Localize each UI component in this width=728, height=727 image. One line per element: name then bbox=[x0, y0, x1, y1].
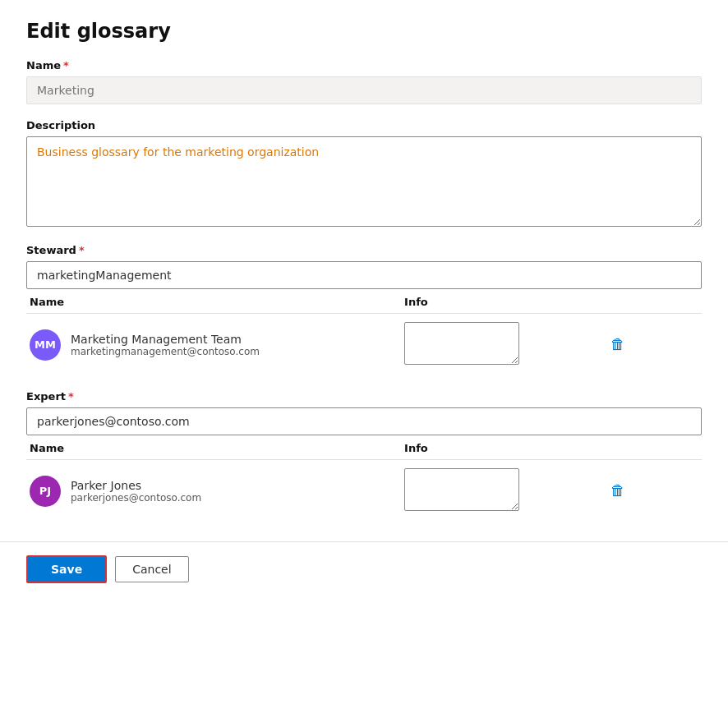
steward-required-star: * bbox=[79, 244, 85, 256]
name-field-section: Name * bbox=[26, 59, 702, 104]
steward-input[interactable] bbox=[26, 261, 702, 289]
save-button[interactable]: Save bbox=[26, 555, 107, 583]
expert-person-row: PJ Parker Jones parkerjones@contoso.com bbox=[30, 476, 391, 507]
expert-table: Name Info PJ Parker Jones park bbox=[26, 435, 702, 522]
footer: Save Cancel bbox=[0, 541, 728, 603]
description-field-section: Description Business glossary for the ma… bbox=[26, 119, 702, 229]
steward-person-name: Marketing Management Team bbox=[71, 333, 260, 346]
steward-field-section: Steward * Name Info MM bbox=[26, 244, 702, 375]
steward-table: Name Info MM Marketing Management Team bbox=[26, 289, 702, 375]
expert-table-action-header bbox=[601, 435, 702, 460]
description-textarea[interactable]: Business glossary for the marketing orga… bbox=[26, 136, 702, 227]
expert-info-cell bbox=[398, 460, 601, 522]
steward-table-action-header bbox=[601, 289, 702, 314]
name-label: Name * bbox=[26, 59, 702, 71]
steward-trash-icon: 🗑 bbox=[611, 336, 625, 353]
description-label: Description bbox=[26, 119, 702, 131]
expert-trash-icon: 🗑 bbox=[611, 482, 625, 499]
expert-required-star: * bbox=[68, 390, 74, 403]
steward-action-cell: 🗑 bbox=[601, 314, 702, 376]
steward-person-cell: MM Marketing Management Team marketingma… bbox=[26, 314, 398, 376]
expert-delete-button[interactable]: 🗑 bbox=[607, 479, 629, 503]
steward-table-name-header: Name bbox=[26, 289, 398, 314]
steward-label: Steward * bbox=[26, 244, 702, 256]
cancel-button[interactable]: Cancel bbox=[115, 556, 188, 582]
expert-action-cell: 🗑 bbox=[601, 460, 702, 522]
expert-field-section: Expert * Name Info PJ bbox=[26, 390, 702, 522]
expert-person-info: Parker Jones parkerjones@contoso.com bbox=[71, 479, 201, 504]
expert-person-cell: PJ Parker Jones parkerjones@contoso.com bbox=[26, 460, 398, 522]
page-container: Edit glossary Name * Description Busines… bbox=[0, 0, 728, 522]
expert-person-name: Parker Jones bbox=[71, 479, 201, 492]
expert-table-name-header: Name bbox=[26, 435, 398, 460]
expert-person-email: parkerjones@contoso.com bbox=[71, 492, 201, 504]
steward-delete-button[interactable]: 🗑 bbox=[607, 333, 629, 357]
page-title: Edit glossary bbox=[26, 20, 702, 43]
expert-info-textarea[interactable] bbox=[404, 468, 519, 511]
steward-person-email: marketingmanagement@contoso.com bbox=[71, 346, 260, 357]
expert-avatar: PJ bbox=[30, 476, 61, 507]
expert-input[interactable] bbox=[26, 407, 702, 435]
steward-table-row: MM Marketing Management Team marketingma… bbox=[26, 314, 702, 376]
name-input[interactable] bbox=[26, 76, 702, 104]
expert-table-row: PJ Parker Jones parkerjones@contoso.com bbox=[26, 460, 702, 522]
name-required-star: * bbox=[63, 59, 69, 71]
steward-avatar: MM bbox=[30, 329, 61, 361]
expert-label: Expert * bbox=[26, 390, 702, 403]
steward-table-info-header: Info bbox=[398, 289, 601, 314]
steward-person-info: Marketing Management Team marketingmanag… bbox=[71, 333, 260, 357]
steward-info-cell bbox=[398, 314, 601, 376]
steward-info-textarea[interactable] bbox=[404, 322, 519, 365]
steward-person-row: MM Marketing Management Team marketingma… bbox=[30, 329, 391, 361]
expert-table-info-header: Info bbox=[398, 435, 601, 460]
